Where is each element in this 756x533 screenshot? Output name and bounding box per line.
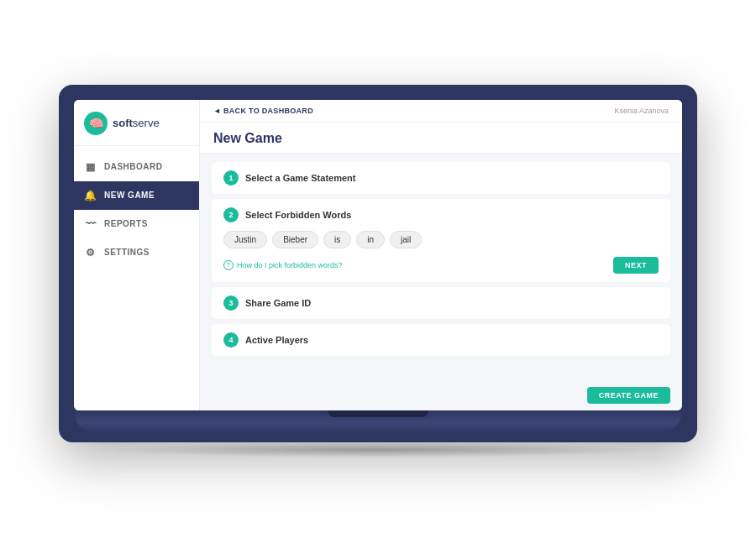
step-2-number: 2: [223, 207, 239, 222]
settings-icon: ⚙: [84, 246, 97, 259]
step-4-number: 4: [223, 332, 239, 347]
help-label: How do I pick forbidden words?: [237, 261, 343, 269]
top-bar: ◄ BACK TO DASHBOARD Ksenia Azanova: [200, 100, 682, 123]
step-2-footer: ? How do I pick forbidden words? NEXT: [223, 257, 659, 274]
tags-row: Justin Bieber is in jail: [223, 231, 659, 248]
sidebar-item-reports-label: REPORTS: [104, 219, 148, 228]
page-title: New Game: [213, 131, 669, 146]
step-4-header: 4 Active Players: [223, 332, 659, 347]
logo-text: softserve: [113, 117, 160, 129]
laptop-shadow: [107, 442, 649, 457]
step-1-title: Select a Game Statement: [245, 173, 355, 183]
step-3-title: Share Game ID: [245, 298, 311, 308]
help-icon: ?: [223, 260, 234, 270]
step-1-number: 1: [223, 170, 239, 186]
step-2-content: Justin Bieber is in jail: [223, 231, 659, 248]
laptop-base: [74, 410, 682, 434]
step-3-card: 3 Share Game ID: [212, 287, 670, 319]
bottom-action: CREATE GAME: [200, 384, 682, 410]
reports-icon: 〰: [84, 217, 97, 231]
user-name: Ksenia Azanova: [614, 107, 669, 115]
step-3-header: 3 Share Game ID: [223, 295, 659, 311]
sidebar-item-dashboard[interactable]: ▦ DASHBOARD: [74, 153, 199, 181]
step-2-title: Select Forbidden Words: [245, 210, 351, 220]
sidebar-item-settings[interactable]: ⚙ SETTINGS: [74, 238, 199, 267]
dashboard-icon: ▦: [84, 160, 97, 174]
sidebar: 🧠 softserve ▦ DASHBOARD 🔔 NEW GAME: [74, 100, 200, 410]
next-button[interactable]: NEXT: [613, 257, 659, 274]
tag-is[interactable]: is: [323, 231, 351, 248]
page-header: New Game: [200, 123, 682, 154]
step-4-card: 4 Active Players: [212, 324, 670, 356]
laptop-screen: 🧠 softserve ▦ DASHBOARD 🔔 NEW GAME: [74, 100, 682, 410]
help-text[interactable]: ? How do I pick forbidden words?: [223, 260, 343, 270]
laptop-scene: 🧠 softserve ▦ DASHBOARD 🔔 NEW GAME: [59, 85, 697, 457]
sidebar-item-new-game[interactable]: 🔔 NEW GAME: [74, 181, 199, 210]
create-game-button[interactable]: CREATE GAME: [587, 387, 670, 404]
sidebar-item-settings-label: SETTINGS: [104, 248, 150, 257]
step-1-header: 1 Select a Game Statement: [223, 170, 659, 186]
step-3-number: 3: [223, 295, 239, 311]
steps-container: 1 Select a Game Statement 2 Select Forbi…: [200, 154, 682, 384]
back-link-text: ◄ BACK TO DASHBOARD: [213, 107, 313, 115]
sidebar-item-reports[interactable]: 〰 REPORTS: [74, 210, 199, 238]
step-2-header: 2 Select Forbidden Words: [223, 207, 659, 222]
step-1-card: 1 Select a Game Statement: [212, 162, 670, 194]
back-link[interactable]: ◄ BACK TO DASHBOARD: [213, 107, 313, 115]
sidebar-item-dashboard-label: DASHBOARD: [104, 162, 163, 171]
tag-justin[interactable]: Justin: [223, 231, 267, 248]
tag-bieber[interactable]: Bieber: [272, 231, 318, 248]
step-2-card: 2 Select Forbidden Words Justin Bieber i…: [212, 199, 670, 282]
tag-jail[interactable]: jail: [390, 231, 422, 248]
sidebar-logo: 🧠 softserve: [74, 100, 199, 146]
step-4-title: Active Players: [245, 335, 308, 345]
logo-icon: 🧠: [84, 112, 108, 135]
sidebar-item-new-game-label: NEW GAME: [104, 191, 155, 200]
bell-icon: 🔔: [84, 189, 97, 202]
laptop-body: 🧠 softserve ▦ DASHBOARD 🔔 NEW GAME: [59, 85, 697, 442]
main-content: ◄ BACK TO DASHBOARD Ksenia Azanova New G…: [200, 100, 682, 410]
tag-in[interactable]: in: [356, 231, 385, 248]
sidebar-nav: ▦ DASHBOARD 🔔 NEW GAME 〰 REPORTS ⚙ SETTI…: [74, 146, 199, 410]
